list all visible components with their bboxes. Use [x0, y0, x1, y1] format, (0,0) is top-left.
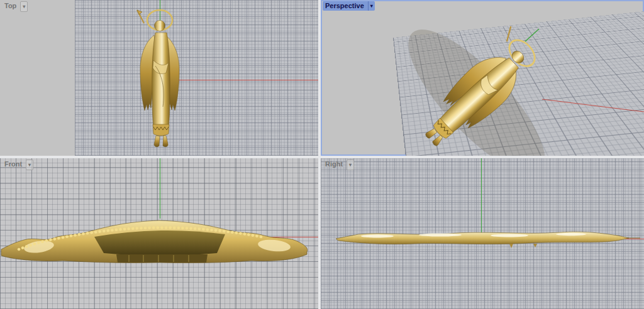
- head: [155, 21, 165, 31]
- viewport-menu-arrow-icon[interactable]: ▾: [26, 160, 33, 170]
- viewport-top[interactable]: Top ▾: [0, 0, 318, 156]
- foot-left: [154, 136, 160, 147]
- viewport-front[interactable]: Front ▾: [0, 158, 318, 309]
- viewport-title-bar-right[interactable]: Right ▾: [323, 160, 354, 170]
- model-angel-right-view[interactable]: [321, 227, 644, 250]
- x-axis-red: [542, 99, 644, 112]
- relief-profile: [336, 232, 629, 244]
- relief-dome-shadow: [94, 230, 225, 256]
- viewport-title-bar-top[interactable]: Top ▾: [2, 1, 28, 12]
- viewport-menu-arrow-icon[interactable]: ▾: [368, 1, 375, 11]
- model-angel-top-view[interactable]: [125, 6, 194, 151]
- y-axis-green: [481, 158, 482, 233]
- hanging-details: [509, 244, 537, 248]
- viewport-title[interactable]: Perspective: [323, 1, 367, 11]
- viewport-right[interactable]: Right ▾: [321, 158, 644, 309]
- viewport-title-bar-front[interactable]: Front ▾: [2, 160, 33, 170]
- viewport-perspective[interactable]: Perspective ▾: [321, 0, 644, 156]
- viewport-title-bar-perspective[interactable]: Perspective ▾: [323, 1, 375, 11]
- construction-plane-grid: [75, 0, 318, 156]
- y-axis-green: [525, 29, 539, 41]
- y-axis-green: [160, 158, 160, 219]
- viewport-title[interactable]: Top: [2, 1, 19, 12]
- model-angel-front-view[interactable]: [0, 217, 318, 267]
- foot-right: [163, 136, 168, 147]
- viewport-grid: Top ▾: [0, 0, 644, 309]
- trumpet: [501, 26, 516, 41]
- base-blocks: [116, 254, 208, 263]
- viewport-menu-arrow-icon[interactable]: ▾: [20, 1, 28, 12]
- model-angel-perspective-view[interactable]: [321, 0, 644, 156]
- robe-body: [152, 33, 170, 136]
- viewport-menu-arrow-icon[interactable]: ▾: [347, 160, 354, 170]
- viewport-title[interactable]: Right: [323, 160, 345, 170]
- viewport-title[interactable]: Front: [2, 160, 25, 170]
